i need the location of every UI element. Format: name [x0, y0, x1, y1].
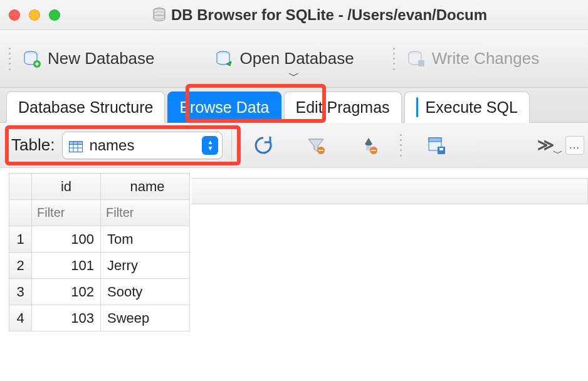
header-extend: [192, 178, 588, 204]
svg-rect-20: [439, 148, 443, 150]
tab-bar: Database Structure Browse Data Edit Prag…: [0, 88, 588, 123]
table-grid-icon: [69, 140, 83, 151]
tab-label: Database Structure: [18, 98, 153, 117]
svg-rect-9: [70, 141, 83, 144]
cell-id[interactable]: 102: [32, 279, 101, 305]
cell-name[interactable]: Sooty: [101, 279, 190, 305]
toolbar-grip: [9, 43, 14, 75]
browse-toolbar: Table: names ▲▼ ≫ ﹀ …: [0, 123, 588, 168]
cell-id[interactable]: 101: [32, 253, 101, 279]
close-window-button[interactable]: [9, 9, 20, 21]
titlebar: DB Browser for SQLite - /Users/evan/Docu…: [0, 0, 588, 30]
toolbar-grip: [400, 129, 405, 162]
minimize-window-button[interactable]: [29, 9, 40, 21]
zoom-window-button[interactable]: [49, 9, 60, 21]
funnel-save-icon: [357, 134, 380, 157]
print-button[interactable]: [414, 134, 459, 157]
save-filter-button[interactable]: [346, 134, 391, 157]
write-changes-button[interactable]: Write Changes: [402, 46, 545, 71]
table-row[interactable]: 1 100 Tom: [9, 226, 190, 253]
table-select[interactable]: names ▲▼: [62, 132, 223, 159]
row-number: 4: [9, 305, 32, 331]
tab-execute-sql[interactable]: Execute SQL: [404, 91, 530, 123]
chevron-down-icon[interactable]: ﹀: [553, 147, 563, 160]
export-icon: [425, 134, 448, 157]
cell-id[interactable]: 100: [32, 226, 101, 253]
table-row[interactable]: 4 103 Sweep: [9, 305, 190, 331]
tab-edit-pragmas[interactable]: Edit Pragmas: [284, 91, 402, 123]
data-table: id name 1 100 Tom 2 101 Jerry 3 102: [9, 173, 190, 331]
write-changes-label: Write Changes: [432, 49, 540, 68]
write-changes-icon: [407, 50, 426, 68]
table-label: Table:: [11, 135, 55, 155]
data-area: id name 1 100 Tom 2 101 Jerry 3 102: [0, 173, 588, 331]
main-toolbar: New Database Open Database ﹀ Write Chang…: [0, 30, 588, 88]
cell-name[interactable]: Sweep: [101, 305, 190, 331]
filter-name-input[interactable]: [101, 200, 189, 226]
col-header-id[interactable]: id: [32, 174, 101, 200]
toolbar-overflow-chevron-icon[interactable]: ﹀: [288, 68, 300, 83]
open-database-label: Open Database: [240, 49, 354, 68]
clear-filters-button[interactable]: [293, 134, 339, 157]
database-icon: [152, 8, 166, 23]
select-stepper-icon[interactable]: ▲▼: [202, 136, 218, 155]
row-number: 1: [9, 226, 32, 253]
new-database-icon: [23, 50, 41, 68]
open-database-button[interactable]: Open Database: [210, 46, 359, 71]
funnel-clear-icon: [305, 134, 327, 157]
svg-rect-7: [418, 60, 424, 66]
tab-label: Browse Data: [179, 98, 269, 117]
open-database-icon: [215, 50, 234, 68]
new-database-button[interactable]: New Database: [18, 46, 160, 71]
window-title: DB Browser for SQLite - /Users/evan/Docu…: [60, 6, 579, 24]
col-header-name[interactable]: name: [101, 174, 190, 200]
row-number: 2: [9, 253, 32, 279]
cell-name[interactable]: Jerry: [101, 253, 190, 279]
new-database-label: New Database: [48, 49, 155, 68]
toolbar-grip: [393, 43, 398, 75]
tab-browse-data[interactable]: Browse Data: [167, 91, 281, 123]
more-button[interactable]: …: [565, 136, 584, 155]
expand-icon[interactable]: ≫: [537, 135, 550, 155]
svg-rect-14: [318, 150, 323, 151]
tab-label: Execute SQL: [426, 98, 518, 117]
refresh-button[interactable]: [241, 134, 286, 157]
svg-rect-18: [429, 138, 441, 142]
tab-label: Edit Pragmas: [296, 98, 390, 117]
selected-table-name: names: [89, 137, 202, 154]
corner-cell: [9, 174, 32, 200]
cell-name[interactable]: Tom: [101, 226, 190, 253]
filter-id-input[interactable]: [32, 200, 100, 226]
cell-id[interactable]: 103: [32, 305, 101, 331]
corner-cell: [9, 200, 32, 226]
window-controls: [9, 9, 60, 21]
refresh-icon: [252, 134, 275, 157]
tab-database-structure[interactable]: Database Structure: [6, 91, 165, 123]
table-row[interactable]: 2 101 Jerry: [9, 253, 190, 279]
row-number: 3: [9, 279, 32, 305]
table-row[interactable]: 3 102 Sooty: [9, 279, 190, 305]
svg-rect-16: [371, 150, 376, 151]
cursor-icon: [416, 97, 418, 117]
